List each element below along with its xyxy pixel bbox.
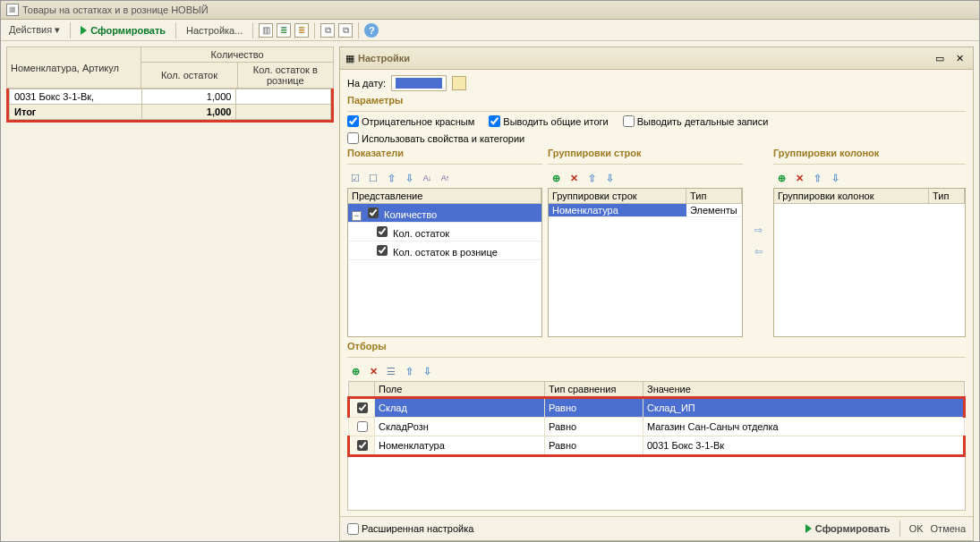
maximize-icon[interactable]: ▭ [932, 50, 948, 66]
move-right-icon[interactable]: ⇨ [750, 222, 766, 238]
grp-rows-down-icon[interactable]: ⇩ [601, 170, 618, 186]
move-left-icon[interactable]: ⇦ [750, 243, 766, 259]
footer-run-button[interactable]: Сформировать [805, 523, 891, 534]
indicator-item[interactable]: Кол. остаток в рознице [348, 241, 541, 260]
indicator-item[interactable]: Кол. остаток [348, 223, 541, 241]
filter-del-icon[interactable]: ✕ [365, 363, 381, 379]
grp-cols-up-icon[interactable]: ⇧ [809, 170, 825, 186]
help-icon[interactable]: ? [364, 23, 379, 38]
filters-table: Поле Тип сравнения Значение СкладРавноСк… [347, 381, 966, 457]
grp-cols-col1[interactable]: Группировки колонок [774, 189, 929, 203]
indicators-sort-desc-icon[interactable]: A↑ [437, 170, 453, 186]
indicators-down-icon[interactable]: ⇩ [401, 170, 417, 186]
footer-cancel-button[interactable]: Отмена [931, 523, 966, 534]
chk-props[interactable]: Использовать свойства и категории [347, 132, 524, 144]
save-settings-icon[interactable]: ⧉ [320, 23, 335, 38]
main-toolbar: Действия ▾ Сформировать Настройка... ▥ ≣… [1, 20, 979, 41]
filter-up-icon[interactable]: ⇧ [401, 363, 417, 379]
grp-rows-col2[interactable]: Тип [686, 189, 742, 203]
window-title: Товары на остатках и в рознице НОВЫЙ [22, 4, 209, 15]
grp-cols-del-icon[interactable]: ✕ [791, 170, 807, 186]
chk-negative-red[interactable]: Отрицательное красным [347, 115, 474, 127]
grp-cols-down-icon[interactable]: ⇩ [827, 170, 843, 186]
report-icon: ▦ [6, 4, 19, 16]
col-nomenclature[interactable]: Номенклатура, Артикул [7, 47, 141, 89]
grp-cols-col2[interactable]: Тип [929, 189, 965, 203]
grp-rows-col1[interactable]: Группировки строк [549, 189, 686, 203]
grp-rows-add-icon[interactable]: ⊕ [548, 170, 564, 186]
settings-panel-title: Настройки [358, 53, 928, 64]
load-settings-icon[interactable]: ⧉ [338, 23, 353, 38]
filter-col-cmp[interactable]: Тип сравнения [545, 382, 643, 398]
section-grp-cols: Группировки колонок [773, 148, 966, 158]
run-button[interactable]: Сформировать [76, 22, 170, 38]
filter-down-icon[interactable]: ⇩ [419, 363, 435, 379]
chk-grand-totals[interactable]: Выводить общие итоги [489, 115, 608, 127]
grp-row[interactable]: НоменклатураЭлементы [549, 204, 742, 217]
collapse-tree-icon[interactable]: ≣ [294, 23, 309, 38]
filter-row[interactable]: НоменклатураРавно0031 Бокс 3-1-Вк [349, 436, 965, 456]
chart-icon[interactable]: ▥ [259, 23, 273, 38]
indicators-uncheck-all-icon[interactable]: ☐ [365, 170, 381, 186]
col-rest-retail[interactable]: Кол. остаток в рознице [237, 63, 333, 89]
expand-tree-icon[interactable]: ≣ [277, 23, 291, 38]
settings-button[interactable]: Настройка... [182, 22, 247, 38]
chk-detail[interactable]: Выводить детальные записи [623, 115, 769, 127]
date-input[interactable] [391, 75, 447, 91]
app-window: ▦ Товары на остатках и в рознице НОВЫЙ Д… [0, 0, 980, 542]
footer-ok-button[interactable]: OK [909, 523, 924, 534]
filter-add-icon[interactable]: ⊕ [347, 363, 363, 379]
section-filters: Отборы [347, 341, 966, 351]
actions-menu[interactable]: Действия ▾ [4, 21, 64, 38]
indicator-root[interactable]: − Количество [348, 204, 541, 223]
filters-empty-area[interactable] [347, 457, 966, 511]
filter-col-val[interactable]: Значение [643, 382, 965, 398]
footer-bar: Расширенная настройка Сформировать OK От… [340, 516, 973, 540]
titlebar: ▦ Товары на остатках и в рознице НОВЫЙ [1, 1, 979, 20]
grp-rows-up-icon[interactable]: ⇧ [584, 170, 600, 186]
date-label: На дату: [347, 78, 386, 89]
col-rest[interactable]: Кол. остаток [141, 63, 237, 89]
report-table: Номенклатура, Артикул Количество Кол. ос… [6, 47, 334, 89]
indicators-check-all-icon[interactable]: ☑ [347, 170, 363, 186]
col-quantity[interactable]: Количество [141, 47, 334, 63]
indicators-up-icon[interactable]: ⇧ [383, 170, 399, 186]
section-indicators: Показатели [347, 148, 542, 158]
indicators-header[interactable]: Представление [348, 189, 541, 203]
report-row[interactable]: 0031 Бокс 3-1-Вк,1,000 [10, 89, 331, 105]
indicators-sort-asc-icon[interactable]: A↓ [419, 170, 435, 186]
close-icon[interactable]: ✕ [951, 50, 967, 66]
calendar-icon[interactable] [452, 76, 466, 90]
total-row: Итог 1,000 [10, 105, 331, 120]
section-params: Параметры [347, 95, 966, 106]
grp-rows-del-icon[interactable]: ✕ [566, 170, 582, 186]
filter-col-field[interactable]: Поле [375, 382, 545, 398]
filter-list-icon[interactable]: ☰ [383, 363, 399, 379]
filter-row[interactable]: СкладРознРавноМагазин Сан-Саныч отделка [349, 418, 965, 436]
section-grp-rows: Группировки строк [548, 148, 743, 158]
settings-panel: ▦ Настройки ▭ ✕ На дату: Параметры Отриц… [339, 47, 974, 541]
settings-panel-icon: ▦ [345, 53, 354, 64]
grp-cols-add-icon[interactable]: ⊕ [773, 170, 789, 186]
chk-advanced[interactable]: Расширенная настройка [347, 523, 473, 535]
filter-row[interactable]: СкладРавноСклад_ИП [349, 398, 965, 418]
